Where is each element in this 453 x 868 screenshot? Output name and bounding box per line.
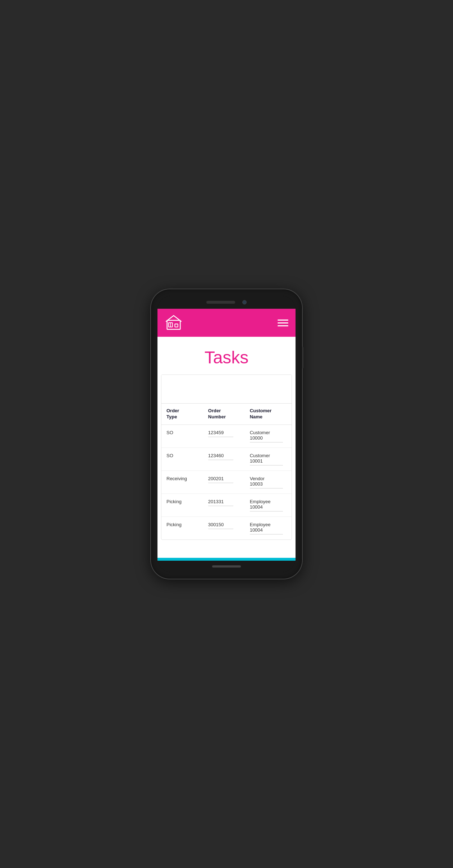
table-header-row: OrderType OrderNumber CustomerName bbox=[161, 404, 292, 424]
app-header bbox=[157, 309, 296, 337]
cell-order-number: 123460 bbox=[203, 447, 245, 470]
col-header-customer-name: CustomerName bbox=[245, 404, 292, 424]
svg-rect-0 bbox=[167, 320, 180, 329]
cell-order-number: 123459 bbox=[203, 424, 245, 447]
cell-order-type: SO bbox=[161, 447, 203, 470]
hamburger-line-2 bbox=[278, 322, 288, 323]
app-logo-icon bbox=[165, 314, 183, 332]
home-indicator bbox=[212, 565, 241, 568]
customer-name-value: Customer10000 bbox=[250, 430, 283, 442]
cell-order-number: 300150 bbox=[203, 516, 245, 539]
table-filter-area bbox=[161, 375, 292, 404]
tasks-table-container: OrderType OrderNumber CustomerName SO123… bbox=[161, 375, 292, 540]
phone-top-bar bbox=[157, 296, 296, 309]
cell-order-number: 201331 bbox=[203, 493, 245, 516]
customer-name-value: Employee10004 bbox=[250, 499, 283, 511]
camera bbox=[242, 300, 247, 304]
page-content: Tasks OrderType OrderNumber CustomerName bbox=[157, 337, 296, 558]
cell-customer-name: Customer10001 bbox=[245, 447, 292, 470]
order-number-value: 200201 bbox=[208, 476, 233, 483]
cell-order-type: SO bbox=[161, 424, 203, 447]
order-number-value: 123459 bbox=[208, 430, 233, 437]
table-row[interactable]: Receiving200201Vendor10003 bbox=[161, 470, 292, 493]
side-button bbox=[302, 347, 303, 368]
cell-customer-name: Employee10004 bbox=[245, 516, 292, 539]
col-header-order-type: OrderType bbox=[161, 404, 203, 424]
page-title: Tasks bbox=[157, 337, 296, 375]
tasks-table: OrderType OrderNumber CustomerName SO123… bbox=[161, 404, 292, 539]
table-row[interactable]: SO123459Customer10000 bbox=[161, 424, 292, 447]
table-row[interactable]: Picking201331Employee10004 bbox=[161, 493, 292, 516]
cell-order-type: Receiving bbox=[161, 470, 203, 493]
customer-name-value: Customer10001 bbox=[250, 453, 283, 465]
phone-bottom-bar bbox=[157, 561, 296, 572]
cell-customer-name: Vendor10003 bbox=[245, 470, 292, 493]
cell-customer-name: Customer10000 bbox=[245, 424, 292, 447]
phone-device: Tasks OrderType OrderNumber CustomerName bbox=[151, 289, 302, 579]
speaker bbox=[206, 301, 235, 304]
hamburger-line-1 bbox=[278, 320, 288, 321]
cell-order-type: Picking bbox=[161, 516, 203, 539]
svg-rect-2 bbox=[175, 324, 178, 327]
cell-order-number: 200201 bbox=[203, 470, 245, 493]
order-number-value: 300150 bbox=[208, 522, 233, 529]
cell-customer-name: Employee10004 bbox=[245, 493, 292, 516]
bottom-accent-bar bbox=[157, 558, 296, 561]
cell-order-type: Picking bbox=[161, 493, 203, 516]
col-header-order-number: OrderNumber bbox=[203, 404, 245, 424]
hamburger-menu-button[interactable] bbox=[278, 320, 288, 326]
table-row[interactable]: Picking300150Employee10004 bbox=[161, 516, 292, 539]
order-number-value: 123460 bbox=[208, 453, 233, 460]
order-number-value: 201331 bbox=[208, 499, 233, 506]
screen-content: Tasks OrderType OrderNumber CustomerName bbox=[157, 309, 296, 561]
customer-name-value: Employee10004 bbox=[250, 522, 283, 534]
phone-screen: Tasks OrderType OrderNumber CustomerName bbox=[157, 296, 296, 572]
table-row[interactable]: SO123460Customer10001 bbox=[161, 447, 292, 470]
customer-name-value: Vendor10003 bbox=[250, 476, 283, 488]
hamburger-line-3 bbox=[278, 325, 288, 326]
